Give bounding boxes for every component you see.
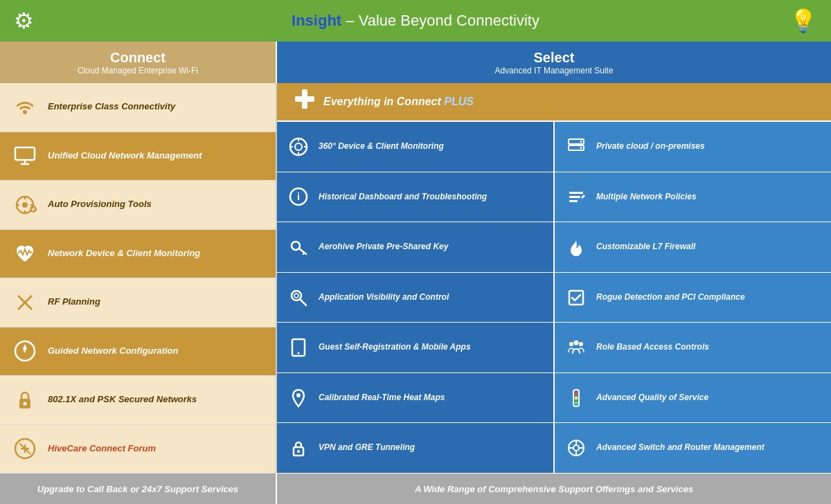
svg-point-22 [580,141,582,143]
wrench-icon [6,431,44,466]
connect-subtitle: Cloud Managed Enterprise Wi-Fi [78,66,198,75]
svg-point-39 [574,341,579,345]
svg-rect-26 [569,192,583,194]
svg-point-4 [22,202,28,208]
switch-router-text: Advanced Switch and Router Management [593,442,765,453]
monitor-icon [6,138,44,173]
select-cell-guest: Guest Self-Registration & Mobile Apps [277,323,555,372]
plus-text: Everything in Connect PLUS [323,96,474,108]
rogue-text: Rogue Detection and PCI Compliance [593,292,745,303]
main-content: Enterprise Class Connectivity Unified Cl… [0,83,831,474]
connect-item-802: 802.1X and PSK Secured Networks [0,376,276,425]
wifi-icon [6,90,44,125]
select-row-3: Aerohive Private Pre-Shared Key Customiz… [277,222,831,273]
connect-column-header: Connect Cloud Managed Enterprise Wi-Fi [0,42,277,83]
connect-item-guided: Guided Network Configuration [0,327,276,377]
psk-text: Aerohive Private Pre-Shared Key [316,242,448,253]
vpn-lock-icon [281,433,316,463]
select-cell-private-cloud: Private cloud / on-premises [555,122,831,172]
select-row-6: Calibrated Real-Time Heat Maps Advanced … [277,373,831,424]
svg-point-41 [296,393,301,397]
select-column-header: Select Advanced IT Management Suite [277,42,831,83]
plus-row: Everything in Connect PLUS [277,83,831,122]
select-cell-360: 360° Device & Client Monitoring [277,122,555,172]
key-icon [281,232,316,262]
select-cell-app-visibility: Application Visibility and Control [277,273,555,323]
select-rows: 360° Device & Client Monitoring Private … [277,122,831,474]
compass-icon [6,334,44,368]
guest-text: Guest Self-Registration & Mobile Apps [316,342,471,353]
select-row-1: 360° Device & Client Monitoring Private … [277,122,831,172]
lock-icon [6,383,44,417]
historical-text: Historical Dashboard and Troubleshooting [316,192,487,203]
hivecare-text[interactable]: HiveCare Connect Forum [44,443,156,455]
insight-label: Insight [292,12,341,29]
auto-text: Auto Provisioning Tools [44,199,152,210]
tools-icon [6,188,44,222]
svg-line-33 [300,299,306,305]
firewall-text: Customizable L7 Firewall [593,242,695,253]
unified-text: Unified Cloud Network Management [44,150,202,162]
select-cell-firewall: Customizable L7 Firewall [555,222,831,272]
svg-rect-17 [295,96,314,102]
connect-title: Connect [110,50,166,66]
rf-icon [6,285,44,320]
svg-point-45 [575,401,578,404]
svg-rect-27 [569,196,580,198]
footer-left-text: Upgrade to Call Back or 24x7 Support Ser… [37,484,238,494]
360-text: 360° Device & Client Monitoring [316,141,444,152]
vpn-text: VPN and GRE Tunneling [316,442,415,453]
select-row-5: Guest Self-Registration & Mobile Apps [277,323,831,373]
people-icon [559,332,593,363]
tablet-icon [281,332,316,363]
802-text: 802.1X and PSK Secured Networks [44,394,197,406]
network-device-text: Network Device & Client Monitoring [44,248,200,260]
server-icon [559,132,593,162]
svg-rect-28 [569,200,578,202]
connect-item-hivecare: HiveCare Connect Forum [0,425,276,474]
svg-point-11 [23,402,26,405]
connect-item-enterprise: Enterprise Class Connectivity [0,83,276,132]
app-visibility-text: Application Visibility and Control [316,292,449,303]
select-row-4: Application Visibility and Control Rogue… [277,273,831,323]
plus-icon [285,87,323,117]
guided-text: Guided Network Configuration [44,345,179,357]
select-row-2: i Historical Dashboard and Troubleshooti… [277,172,831,223]
enterprise-text: Enterprise Class Connectivity [44,101,175,113]
svg-point-23 [580,147,582,149]
select-cell-rogue: Rogue Detection and PCI Compliance [555,273,831,323]
select-cell-rbac: Role Based Access Controls [555,323,831,372]
svg-rect-0 [15,147,35,160]
svg-point-19 [295,143,302,150]
page-header: ⚙ Insight – Value Beyond Connectivity 💡 [0,0,831,42]
pin-icon [281,383,316,413]
bulb-icon: 💡 [789,8,817,34]
pencil-icon [559,181,593,212]
select-subtitle: Advanced IT Management Suite [494,66,613,75]
select-cell-switch-router: Advanced Switch and Router Management [555,423,831,473]
footer: Upgrade to Call Back or 24x7 Support Ser… [0,474,831,504]
header-title: Insight – Value Beyond Connectivity [292,12,539,30]
svg-point-44 [575,396,578,399]
check-shield-icon [559,282,593,313]
select-cell-multi-policy: Multiple Network Policies [555,172,831,222]
heart-icon [6,236,44,271]
connect-item-auto: Auto Provisioning Tools [0,181,276,230]
connect-item-network-device: Network Device & Client Monitoring [0,230,276,279]
rbac-text: Role Based Access Controls [593,342,709,353]
svg-text:i: i [297,191,300,202]
svg-point-43 [575,391,578,395]
select-column: Everything in Connect PLUS 360° Device &… [277,83,831,474]
connect-item-unified: Unified Cloud Network Management [0,132,276,181]
select-row-7: VPN and GRE Tunneling Advanced Swi [277,423,831,474]
select-cell-historical: i Historical Dashboard and Troubleshooti… [277,172,555,222]
svg-point-47 [297,450,300,453]
svg-point-49 [573,445,579,451]
router-icon [559,433,593,463]
svg-point-37 [298,352,300,354]
search-icon [281,282,316,313]
qos-text: Advanced Quality of Service [593,393,708,404]
rf-text: RF Planning [44,296,100,308]
private-cloud-text: Private cloud / on-premises [593,141,705,152]
select-cell-vpn: VPN and GRE Tunneling [277,423,555,473]
